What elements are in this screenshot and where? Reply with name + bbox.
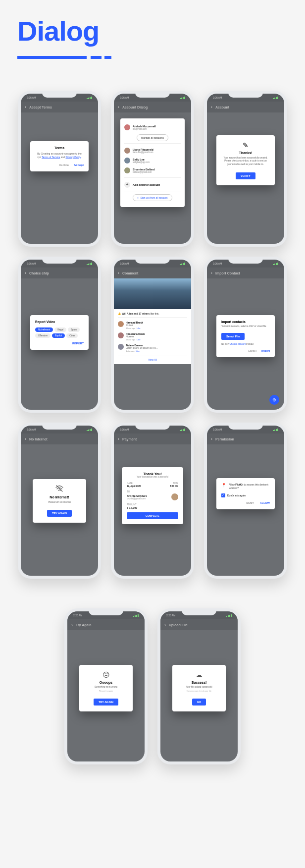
dialog-hint: Now you can check your file: [178, 690, 220, 692]
privacy-link[interactable]: Privacy Policy: [66, 156, 81, 159]
location-icon: 📍: [221, 483, 226, 488]
back-icon[interactable]: ‹: [25, 271, 26, 275]
chip[interactable]: Explicit: [52, 333, 65, 338]
avatar: [171, 493, 178, 500]
comment-item: Zidane BrewerLorem ipsum, or lipsum as i…: [118, 342, 187, 354]
accept-button[interactable]: Accept: [74, 163, 84, 166]
thumb-icon: 👍: [118, 312, 121, 315]
dialog-title: Import contacts: [221, 320, 270, 324]
nofile-text: No file? Choose account instead: [221, 343, 270, 345]
chip[interactable]: Illegal: [54, 327, 66, 332]
dialog-title: Report Video: [35, 320, 84, 324]
topbar: ‹Account Dialog: [114, 102, 191, 112]
import-dialog: Import contacts To import contacts, sele…: [216, 315, 275, 357]
avatar: [118, 321, 124, 327]
fab-button[interactable]: ⊕: [269, 395, 279, 405]
signout-button[interactable]: ⎆Sign out from all account: [133, 194, 172, 201]
decline-button[interactable]: Decline: [59, 163, 69, 166]
sad-face-icon: ☹: [85, 671, 127, 679]
dialog-body: Please turn on internet: [39, 501, 80, 503]
chip-group: Not relevant Illegal Spam Offensive Expl…: [35, 327, 84, 338]
signout-icon: ⎆: [137, 196, 139, 199]
dialog-title: No Internet!: [39, 495, 80, 499]
avatar: [124, 124, 130, 130]
no-internet-dialog: No Internet! Please turn on internet TRY…: [33, 479, 86, 523]
back-icon[interactable]: ‹: [118, 105, 119, 109]
avatar: [124, 167, 130, 173]
deny-button[interactable]: DENY: [247, 501, 254, 504]
phone-upload-file: 2:26 AM ‹Upload File ☁ Success! Your fil…: [157, 608, 241, 764]
topbar: ‹Choice chip: [21, 268, 98, 278]
account-item[interactable]: Shamima Ballardballard@gmail.com: [124, 165, 181, 175]
post-image: [114, 278, 191, 309]
topbar: ‹Permission: [207, 434, 284, 444]
add-account-button[interactable]: +Add another account: [124, 180, 181, 190]
phone-account-dialog: 2:26 AM ‹Account Dialog Aishah Mcconnell…: [111, 91, 194, 247]
topbar: ‹Upload File: [160, 619, 238, 630]
report-dialog: Report Video Not relevant Illegal Spam O…: [30, 315, 89, 350]
comment-sheet: 👍Will Allen and 17 others like this. Ham…: [114, 278, 191, 364]
complete-button[interactable]: COMPLETE: [127, 512, 178, 519]
dialog-title: Terms: [35, 146, 84, 150]
choose-account-link[interactable]: Choose account: [230, 343, 246, 345]
amount-value: $ 12,000: [127, 506, 178, 509]
dialog-body: To import contacts, select a CSV or vCar…: [221, 325, 270, 327]
back-icon[interactable]: ‹: [118, 436, 119, 441]
chip[interactable]: Other: [66, 333, 78, 338]
avatar: [124, 158, 130, 163]
back-icon[interactable]: ‹: [211, 271, 212, 275]
manage-accounts-button[interactable]: Manage all accounts: [137, 134, 168, 141]
back-icon[interactable]: ‹: [164, 622, 166, 627]
back-icon[interactable]: ‹: [71, 622, 73, 627]
success-dialog: ☁ Success! Your file upload successful N…: [172, 665, 226, 711]
cancel-button[interactable]: Cancel: [248, 349, 256, 352]
like-button[interactable]: Like: [136, 350, 140, 352]
dialog-title: Thank You!: [127, 472, 178, 476]
avatar: [118, 332, 124, 338]
dialog-title: Oooops: [85, 681, 127, 684]
wifi-off-icon: [39, 485, 80, 493]
dialog-title: Success!: [178, 681, 220, 684]
topbar: ‹Import Contact: [207, 268, 284, 278]
comment-item: Hamaad BrockIt's cool1 hour agoLike: [118, 320, 187, 331]
verify-button[interactable]: VERIFY: [236, 172, 255, 179]
account-item[interactable]: Sally Leesallylee@qq.com: [124, 156, 181, 165]
back-icon[interactable]: ‹: [211, 436, 212, 441]
account-item[interactable]: Aishah Mcconnellais@mcc.com: [124, 122, 181, 132]
chip[interactable]: Spam: [68, 327, 80, 332]
dont-ask-checkbox[interactable]: Dont's ask again: [221, 493, 270, 497]
dialog-body: Something went wrong: [85, 686, 127, 688]
back-icon[interactable]: ‹: [25, 436, 26, 441]
import-button[interactable]: Import: [261, 349, 270, 352]
phone-grid: 2:26 AM ‹Accept Terms Terms By Creating …: [0, 91, 305, 608]
phone-payment: 2:26 AM ‹Payment Thank You! Your transac…: [111, 423, 194, 579]
back-icon[interactable]: ‹: [25, 105, 26, 109]
select-file-button[interactable]: Select File: [221, 333, 245, 340]
like-button[interactable]: Like: [137, 327, 140, 329]
plus-icon: +: [124, 182, 130, 188]
report-button[interactable]: REPORT: [35, 342, 84, 345]
topbar: ‹No Internet: [21, 434, 98, 444]
cloud-check-icon: ☁: [178, 671, 220, 679]
phone-comment: 2:26 AM ‹Comment 👍Will Allen and 17 othe…: [111, 257, 194, 413]
phone-account: 2:26 AM ‹Account ✎ Thanks! Your account …: [204, 91, 287, 247]
phone-choice-chip: 2:26 AM ‹Choice chip Report Video Not re…: [18, 257, 101, 413]
dialog-subtitle: Your transaction was successful: [127, 476, 178, 478]
back-icon[interactable]: ‹: [118, 271, 119, 275]
chip[interactable]: Offensive: [35, 333, 51, 338]
go-button[interactable]: GO: [192, 699, 206, 705]
allow-button[interactable]: ALLOW: [260, 501, 270, 504]
chip[interactable]: Not relevant: [35, 327, 53, 332]
account-item[interactable]: Liana Fitzgeraldliana.fits@gmail.com: [124, 146, 181, 156]
try-again-button[interactable]: TRY AGAIN: [94, 699, 118, 705]
view-all-button[interactable]: View All: [118, 356, 187, 361]
checkbox-icon: [221, 493, 225, 497]
avatar: [124, 148, 130, 154]
back-icon[interactable]: ‹: [211, 105, 212, 109]
tos-link[interactable]: Terms of Service: [42, 156, 60, 159]
topbar: ‹Account: [207, 102, 284, 112]
like-button[interactable]: Like: [137, 338, 140, 341]
likes-row[interactable]: 👍Will Allen and 17 others like this.: [118, 312, 187, 318]
try-again-button[interactable]: TRY AGAIN: [47, 510, 72, 517]
phone-no-internet: 2:26 AM ‹No Internet No Internet! Please…: [18, 423, 101, 579]
